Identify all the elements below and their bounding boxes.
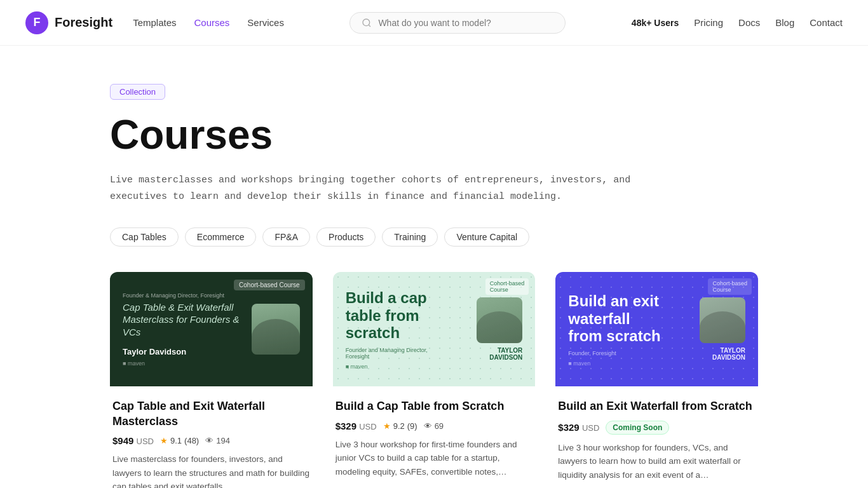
coming-soon-badge: Coming Soon [606,421,669,435]
card1-body: Cap Table and Exit Waterfall Masterclass… [110,386,313,488]
filter-venture-capital[interactable]: Venture Capital [444,227,529,247]
page-title: Courses [110,112,758,157]
filter-ecommerce[interactable]: Ecommerce [185,227,257,247]
card3-role: Founder, Foresight [568,350,660,356]
card2-maven: ■ maven [346,363,428,370]
card2-name: Build a Cap Table from Scratch [336,399,533,414]
card3-author: TAYLORDAVIDSON [712,347,745,361]
nav-contact[interactable]: Contact [810,17,843,28]
card1-author: Taylor Davidson [123,347,252,356]
nav-courses[interactable]: Courses [194,17,230,28]
filter-fpa[interactable]: FP&A [262,227,310,247]
card1-maven: ■ maven [123,360,252,367]
card2-title-overlay: Build a captable fromscratch [346,289,428,342]
main-content: Collection Courses Live masterclasses an… [85,46,783,488]
card1-price-row: $949 USD ★ 9.1 (48) 👁 194 [112,435,310,446]
users-badge: 48k+ Users [632,18,679,28]
card1-viewers: 👁 194 [205,436,230,445]
logo-icon: F [25,11,48,34]
svg-point-0 [363,19,370,26]
card2-rating: ★ 9.2 (9) [383,421,417,431]
card1-price: $949 USD [112,435,154,446]
nav-services[interactable]: Services [247,17,284,28]
search-input[interactable] [378,18,553,28]
nav-right: 48k+ Users Pricing Docs Blog Contact [632,17,843,28]
logo-link[interactable]: F Foresight [25,11,112,34]
card2-role: Founder and Managing Director,Foresight [346,347,428,360]
course-card-3[interactable]: Cohort-basedCourse Build an exitwaterfal… [555,272,758,488]
search-icon [362,18,372,28]
nav-links: Templates Courses Services [133,17,284,28]
filter-cap-tables[interactable]: Cap Tables [110,227,179,247]
card2-viewers: 👁 69 [424,421,444,431]
card3-price-row: $329 USD Coming Soon [558,421,756,435]
card2-desc: Live 3 hour workshop for first-time foun… [336,438,533,479]
card2-price-row: $329 USD ★ 9.2 (9) 👁 69 [336,421,533,431]
card3-avatar [700,297,745,343]
card-badge-1: Cohort-based Course [234,280,305,290]
card2-price: $329 USD [336,421,377,431]
card1-title-italic: Cap Table & Exit WaterfallMasterclass fo… [123,301,252,339]
filter-training[interactable]: Training [382,227,438,247]
courses-grid: Cohort-based Course Founder & Managing D… [110,272,758,488]
card1-avatar [252,304,299,355]
card1-desc: Live masterclass for founders, investors… [112,452,310,488]
nav-docs[interactable]: Docs [738,17,760,28]
card1-role: Founder & Managing Director, Foresight [123,292,252,299]
card3-maven: ■ maven [568,360,660,367]
navbar: F Foresight Templates Courses Services 4… [0,0,868,46]
course-card-1[interactable]: Cohort-based Course Founder & Managing D… [110,272,313,488]
card3-name: Build an Exit Waterfall from Scratch [558,399,756,414]
card3-body: Build an Exit Waterfall from Scratch $32… [555,386,758,488]
logo-letter: F [34,16,41,29]
card3-desc: Live 3 hour workshop for founders, VCs, … [558,441,756,482]
card2-body: Build a Cap Table from Scratch $329 USD … [333,386,536,485]
collection-badge: Collection [110,84,165,100]
card2-avatar [477,297,522,343]
card1-name: Cap Table and Exit Waterfall Masterclass [112,399,310,429]
filter-tags: Cap Tables Ecommerce FP&A Products Train… [110,227,758,247]
page-description: Live masterclasses and workshops bringin… [110,172,631,205]
nav-blog[interactable]: Blog [775,17,794,28]
course-card-2[interactable]: Cohort-basedCourse Build a captable from… [333,272,536,488]
filter-products[interactable]: Products [316,227,376,247]
card-image-3: Cohort-basedCourse Build an exitwaterfal… [555,272,758,386]
card3-title-overlay: Build an exitwaterfallfrom scratch [568,292,660,345]
card-image-1: Cohort-based Course Founder & Managing D… [110,272,313,386]
card2-author: TAYLORDAVIDSON [489,347,522,361]
card-image-2: Cohort-basedCourse Build a captable from… [333,272,536,386]
logo-text: Foresight [55,15,112,30]
card1-rating: ★ 9.1 (48) [160,436,199,445]
search-bar [349,12,566,34]
nav-templates[interactable]: Templates [133,17,176,28]
card3-price: $329 USD [558,422,599,433]
nav-pricing[interactable]: Pricing [694,17,723,28]
